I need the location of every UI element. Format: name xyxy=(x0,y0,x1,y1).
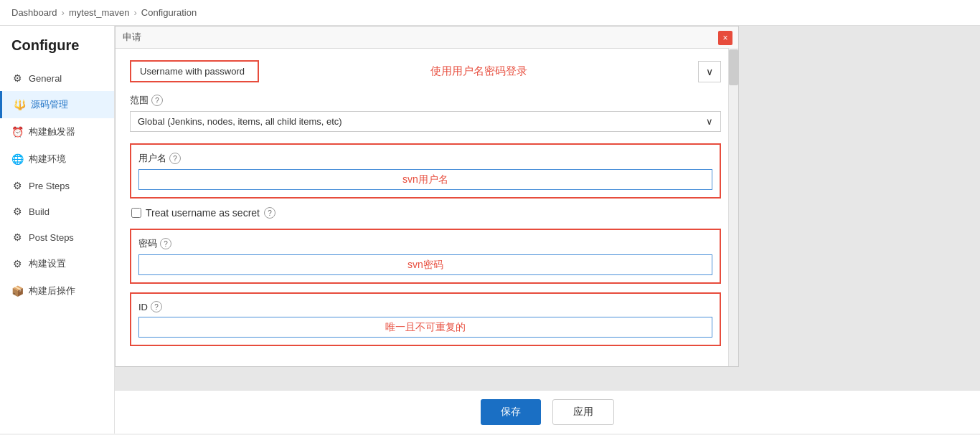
globe-icon: 🌐 xyxy=(11,153,23,165)
kind-dropdown-button[interactable]: ∨ xyxy=(698,61,721,82)
post-steps-icon: ⚙ xyxy=(11,231,23,243)
breadcrumb-config: Configuration xyxy=(141,7,197,18)
breadcrumb: Dashboard › mytest_maven › Configuration xyxy=(0,0,980,26)
clock-icon: ⏰ xyxy=(11,126,23,138)
modal-close-button[interactable]: × xyxy=(718,31,732,45)
sidebar-item-pre-steps[interactable]: ⚙ Pre Steps xyxy=(0,173,114,199)
breadcrumb-dashboard[interactable]: Dashboard xyxy=(11,7,57,18)
pre-steps-icon: ⚙ xyxy=(11,180,23,191)
scope-select[interactable]: Global (Jenkins, nodes, items, all child… xyxy=(130,111,721,132)
treat-username-checkbox[interactable] xyxy=(131,208,141,218)
scope-arrow-icon: ∨ xyxy=(706,116,713,127)
build-icon: ⚙ xyxy=(11,206,23,217)
apply-button[interactable]: 应用 xyxy=(552,399,614,425)
scope-help-icon[interactable]: ? xyxy=(151,95,163,106)
username-section: 用户名 ? svn用户名 xyxy=(130,143,721,199)
modal-header-text: 申请 xyxy=(123,31,141,44)
scope-label-row: 范围 ? xyxy=(130,94,721,107)
gear-icon: ⚙ xyxy=(11,72,23,84)
sidebar-label-post-steps: Post Steps xyxy=(29,232,74,243)
modal-header: 申请 xyxy=(116,27,738,49)
treat-username-help-icon[interactable]: ? xyxy=(264,207,275,219)
scope-value: Global (Jenkins, nodes, items, all child… xyxy=(138,116,342,127)
kind-row: Username with password 使用用户名密码登录 ∨ xyxy=(130,60,721,82)
treat-username-row: Treat username as secret ? xyxy=(130,207,721,219)
bottom-bar: 保存 应用 xyxy=(115,390,980,434)
scope-section: 范围 ? Global (Jenkins, nodes, items, all … xyxy=(130,94,721,132)
id-input-wrapper: 唯一且不可重复的 xyxy=(138,317,712,338)
sidebar-item-build[interactable]: ⚙ Build xyxy=(0,199,114,224)
sidebar-item-env[interactable]: 🌐 构建环境 xyxy=(0,145,114,173)
username-label-text: 用户名 xyxy=(138,152,166,165)
scm-icon: 🔱 xyxy=(14,99,25,110)
box-icon: 📦 xyxy=(11,285,23,297)
modal-overlay: × 申请 Username with password 使 xyxy=(115,26,980,434)
password-label-row: 密码 ? xyxy=(138,237,712,250)
sidebar-title: Configure xyxy=(0,37,114,65)
treat-username-label: Treat username as secret xyxy=(146,207,260,219)
scope-label-text: 范围 xyxy=(130,94,149,107)
sidebar-label-env: 构建环境 xyxy=(29,153,66,166)
sidebar-item-scm[interactable]: 🔱 源码管理 xyxy=(0,91,114,118)
kind-box: Username with password xyxy=(130,60,259,82)
sidebar: Configure ⚙ General 🔱 源码管理 ⏰ 构建触发器 🌐 构建环… xyxy=(0,26,115,434)
sidebar-label-build: Build xyxy=(29,206,50,217)
sidebar-item-post-steps[interactable]: ⚙ Post Steps xyxy=(0,224,114,250)
password-help-icon[interactable]: ? xyxy=(160,238,171,249)
password-section: 密码 ? svn密码 xyxy=(130,229,721,284)
id-input[interactable] xyxy=(138,317,712,338)
sidebar-item-build-settings[interactable]: ⚙ 构建设置 xyxy=(0,250,114,277)
username-input-wrapper: svn用户名 xyxy=(138,169,712,190)
sidebar-item-general[interactable]: ⚙ General xyxy=(0,65,114,91)
kind-dropdown-arrow: ∨ xyxy=(706,66,713,77)
password-label-text: 密码 xyxy=(138,237,157,250)
settings-icon: ⚙ xyxy=(11,258,23,269)
sidebar-label-triggers: 构建触发器 xyxy=(29,125,75,138)
breadcrumb-project[interactable]: mytest_maven xyxy=(69,7,130,18)
sidebar-item-triggers[interactable]: ⏰ 构建触发器 xyxy=(0,118,114,145)
sidebar-label-post-build: 构建后操作 xyxy=(29,285,75,297)
username-label-row: 用户名 ? xyxy=(138,152,712,165)
password-input[interactable] xyxy=(138,254,712,275)
save-button[interactable]: 保存 xyxy=(481,399,541,425)
password-input-wrapper: svn密码 xyxy=(138,254,712,275)
sidebar-label-build-settings: 构建设置 xyxy=(29,257,66,270)
id-section: ID ? 唯一且不可重复的 xyxy=(130,292,721,346)
kind-label: 使用用户名密码登录 xyxy=(266,64,691,78)
kind-box-text: Username with password xyxy=(140,66,245,77)
sidebar-item-post-build[interactable]: 📦 构建后操作 xyxy=(0,277,114,305)
modal-body: Username with password 使用用户名密码登录 ∨ 范围 ? xyxy=(116,49,738,366)
id-label-row: ID ? xyxy=(138,301,712,312)
content-area: Modules × 申请 Userna xyxy=(115,26,980,434)
breadcrumb-sep1: › xyxy=(62,7,65,18)
sidebar-label-pre-steps: Pre Steps xyxy=(29,181,70,191)
id-help-icon[interactable]: ? xyxy=(151,301,162,312)
sidebar-label-general: General xyxy=(29,73,62,84)
breadcrumb-sep2: › xyxy=(134,7,137,18)
credential-modal: × 申请 Username with password 使 xyxy=(115,26,739,367)
sidebar-label-scm: 源码管理 xyxy=(31,98,68,111)
username-input[interactable] xyxy=(138,169,712,190)
id-label-text: ID xyxy=(138,302,148,312)
username-help-icon[interactable]: ? xyxy=(169,153,181,164)
